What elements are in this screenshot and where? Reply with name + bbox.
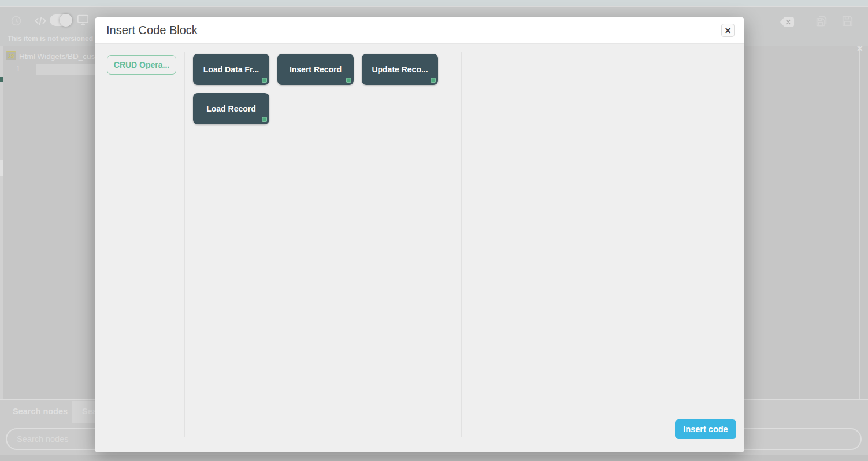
code-block-update-record[interactable]: Update Reco... [362,54,438,85]
category-crud-operations-button[interactable]: CRUD Opera... [107,55,176,75]
modal-divider [461,52,462,437]
code-block-list: Load Data Fr... Insert Record Update Rec… [193,54,453,124]
modal-close-button[interactable]: ✕ [721,24,735,37]
code-block-load-record[interactable]: Load Record [193,93,269,124]
code-block-load-data-from[interactable]: Load Data Fr... [193,54,269,85]
insert-code-block-dialog: Insert Code Block ✕ CRUD Opera... Load D… [95,17,744,452]
modal-divider [184,52,185,437]
code-block-insert-record[interactable]: Insert Record [277,54,354,85]
insert-code-button[interactable]: Insert code [675,419,736,439]
modal-title: Insert Code Block [106,17,198,43]
block-handle [262,117,267,122]
close-icon: ✕ [725,27,732,35]
modal-header: Insert Code Block ✕ [95,17,744,44]
block-handle [262,78,267,83]
block-handle [431,78,436,83]
block-handle [346,78,351,83]
